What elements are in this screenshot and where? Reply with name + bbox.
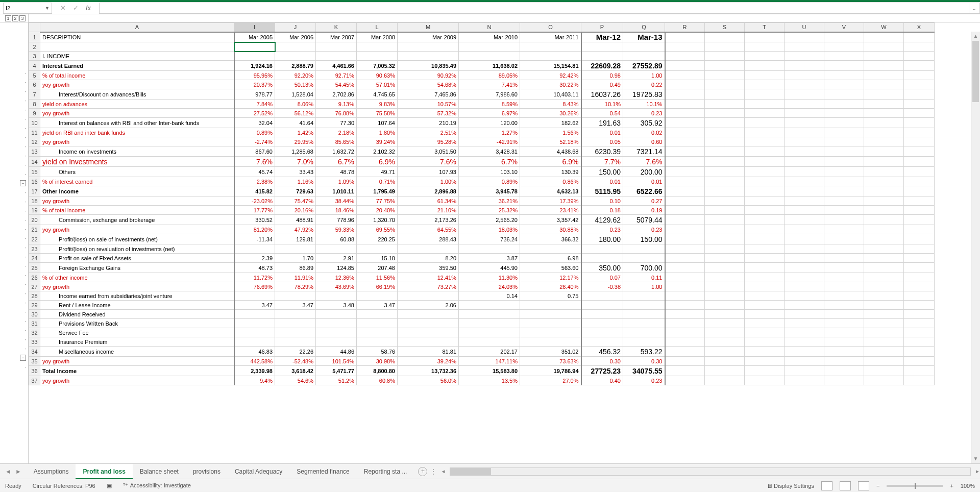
cell-V3[interactable] <box>824 52 864 61</box>
cell-P24[interactable] <box>581 254 623 263</box>
cell-P2[interactable] <box>581 42 623 52</box>
cell-R25[interactable] <box>665 263 705 273</box>
cell-O26[interactable]: 12.17% <box>520 273 581 282</box>
cell-N15[interactable]: 103.10 <box>459 167 520 177</box>
cell-S25[interactable] <box>705 263 745 273</box>
cell-R20[interactable] <box>665 215 705 225</box>
cell-J17[interactable]: 729.63 <box>275 186 316 196</box>
cell-K29[interactable]: 3.48 <box>316 301 357 310</box>
cell-T34[interactable] <box>745 347 785 357</box>
cell-N7[interactable]: 7,986.60 <box>459 89 520 100</box>
cell-P9[interactable]: 0.54 <box>581 109 623 118</box>
cell-V31[interactable] <box>824 319 864 328</box>
cell-W5[interactable] <box>864 71 904 80</box>
cell-S3[interactable] <box>705 52 745 61</box>
cell-W34[interactable] <box>864 347 904 357</box>
cell-M4[interactable]: 10,835.49 <box>398 61 459 71</box>
cell-R27[interactable] <box>665 282 705 291</box>
cell-S14[interactable] <box>705 157 745 167</box>
row-header-6[interactable]: 6 <box>29 80 40 89</box>
cell-X35[interactable] <box>904 357 935 366</box>
cell-J29[interactable]: 3.47 <box>275 301 316 310</box>
cell-N8[interactable]: 8.59% <box>459 100 520 109</box>
cell-N22[interactable]: 736.24 <box>459 234 520 244</box>
cell-Q7[interactable]: 19725.83 <box>623 89 665 100</box>
macro-record-icon[interactable]: ▣ <box>107 482 112 489</box>
cell-W2[interactable] <box>864 42 904 52</box>
cell-R4[interactable] <box>665 61 705 71</box>
scroll-down-icon[interactable]: ▼ <box>971 454 980 463</box>
cell-R37[interactable] <box>665 376 705 385</box>
cell-A28[interactable]: Income earned from subsidiaries/joint ve… <box>40 291 234 301</box>
cell-L6[interactable]: 57.01% <box>357 80 398 89</box>
hscroll-left-icon[interactable]: ◄ <box>440 469 446 474</box>
cell-V26[interactable] <box>824 273 864 282</box>
cell-Q27[interactable]: 1.00 <box>623 282 665 291</box>
col-header-I[interactable]: I <box>234 23 275 32</box>
cell-J25[interactable]: 86.89 <box>275 263 316 273</box>
cell-U6[interactable] <box>785 80 824 89</box>
cell-S27[interactable] <box>705 282 745 291</box>
cell-T36[interactable] <box>745 366 785 376</box>
cell-M7[interactable]: 7,465.86 <box>398 89 459 100</box>
cell-T29[interactable] <box>745 301 785 310</box>
cell-R32[interactable] <box>665 328 705 337</box>
cell-Q20[interactable]: 5079.44 <box>623 215 665 225</box>
cell-T8[interactable] <box>745 100 785 109</box>
cell-X14[interactable] <box>904 157 935 167</box>
cell-U21[interactable] <box>785 225 824 234</box>
cell-I26[interactable]: 11.72% <box>234 273 275 282</box>
cell-P26[interactable]: 0.07 <box>581 273 623 282</box>
cell-X11[interactable] <box>904 128 935 137</box>
row-header-32[interactable]: 32 <box>29 328 40 337</box>
cell-T23[interactable] <box>745 244 785 254</box>
cell-R3[interactable] <box>665 52 705 61</box>
cell-L23[interactable] <box>357 244 398 254</box>
cell-A30[interactable]: Dividend Received <box>40 310 234 319</box>
cell-O17[interactable]: 4,632.13 <box>520 186 581 196</box>
cell-X16[interactable] <box>904 177 935 186</box>
cell-T27[interactable] <box>745 282 785 291</box>
cell-N2[interactable] <box>459 42 520 52</box>
outline-level-2[interactable]: 2 <box>12 15 18 21</box>
col-header-V[interactable]: V <box>824 23 864 32</box>
cell-R26[interactable] <box>665 273 705 282</box>
cell-K5[interactable]: 92.71% <box>316 71 357 80</box>
cell-L5[interactable]: 90.63% <box>357 71 398 80</box>
cancel-icon[interactable]: ✕ <box>60 4 66 12</box>
cell-K23[interactable] <box>316 244 357 254</box>
cell-S2[interactable] <box>705 42 745 52</box>
formula-input[interactable] <box>99 3 969 14</box>
cell-J9[interactable]: 56.12% <box>275 109 316 118</box>
cell-A18[interactable]: yoy growth <box>40 196 234 206</box>
cell-M16[interactable]: 1.00% <box>398 177 459 186</box>
confirm-icon[interactable]: ✓ <box>73 4 79 12</box>
cell-X31[interactable] <box>904 319 935 328</box>
cell-T33[interactable] <box>745 337 785 347</box>
cell-N12[interactable]: -42.91% <box>459 137 520 146</box>
cell-S23[interactable] <box>705 244 745 254</box>
cell-U30[interactable] <box>785 310 824 319</box>
cell-O24[interactable]: -6.98 <box>520 254 581 263</box>
cell-V5[interactable] <box>824 71 864 80</box>
cell-Q2[interactable] <box>623 42 665 52</box>
cell-W31[interactable] <box>864 319 904 328</box>
cell-I3[interactable] <box>234 52 275 61</box>
cell-Q8[interactable]: 10.1% <box>623 100 665 109</box>
cell-T16[interactable] <box>745 177 785 186</box>
cell-V2[interactable] <box>824 42 864 52</box>
cell-Q12[interactable]: 0.60 <box>623 137 665 146</box>
row-header-13[interactable]: 13 <box>29 146 40 157</box>
cell-J28[interactable] <box>275 291 316 301</box>
cell-N26[interactable]: 11.30% <box>459 273 520 282</box>
cell-L28[interactable] <box>357 291 398 301</box>
cell-I2[interactable] <box>234 42 275 52</box>
cell-N5[interactable]: 89.05% <box>459 71 520 80</box>
cell-R2[interactable] <box>665 42 705 52</box>
cell-J12[interactable]: 29.95% <box>275 137 316 146</box>
cell-O7[interactable]: 10,403.11 <box>520 89 581 100</box>
cell-M29[interactable]: 2.06 <box>398 301 459 310</box>
cell-K20[interactable]: 778.96 <box>316 215 357 225</box>
cell-M27[interactable]: 73.27% <box>398 282 459 291</box>
cell-R18[interactable] <box>665 196 705 206</box>
